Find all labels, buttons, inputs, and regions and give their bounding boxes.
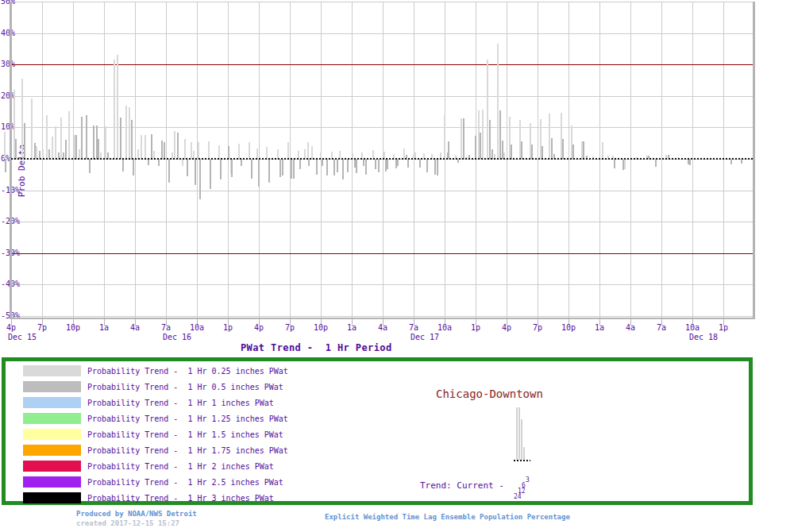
legend-box: Probability Trend - 1 Hr 0.25 inches PWa…	[2, 357, 753, 505]
prob-delta-bar	[282, 160, 283, 175]
legend-label: Probability Trend - 1 Hr 1.25 inches PWa…	[87, 414, 288, 424]
prob-delta-bar	[475, 136, 476, 159]
prob-delta-bar	[463, 118, 464, 159]
x-tick-label: 1a	[92, 323, 116, 332]
prob-delta-bar	[86, 115, 87, 159]
x-gridline	[507, 2, 507, 318]
x-tick-label: 10a	[680, 323, 704, 332]
x-date-label: Dec 18	[689, 333, 718, 341]
prob-delta-bar	[689, 160, 691, 165]
prob-delta-bar	[195, 160, 196, 185]
prob-delta-bar	[333, 160, 335, 175]
prob-delta-bar	[141, 135, 142, 159]
x-gridline	[352, 2, 353, 318]
prob-delta-bar	[482, 110, 484, 159]
plot-right-border	[753, 2, 755, 319]
trend-current-label: Trend: Current -	[420, 480, 504, 491]
x-axis-line	[10, 318, 755, 319]
legend-label: Probability Trend - 1 Hr 2.5 inches PWat	[87, 477, 283, 488]
station-name-label: Chicago-Downtown	[436, 387, 543, 400]
prob-delta-bar	[133, 160, 134, 175]
prob-delta-bar	[291, 160, 292, 179]
prob-delta-bar	[241, 160, 242, 166]
prob-delta-bar	[60, 118, 62, 159]
prob-delta-bar	[549, 114, 550, 159]
prob-delta-bar	[437, 160, 438, 175]
x-tick-label: 4p	[0, 323, 23, 332]
prob-delta-bar	[15, 139, 17, 159]
x-gridline	[445, 2, 445, 318]
x-tick-label: 10a	[433, 323, 457, 332]
prob-delta-bar	[266, 147, 268, 159]
prob-delta-bar	[299, 160, 301, 169]
prob-delta-bar	[614, 160, 615, 168]
prob-delta-bar	[387, 160, 388, 169]
mini-chart-lag-label: 3	[526, 477, 530, 484]
prob-delta-bar	[4, 132, 6, 159]
x-tick-label: 4a	[619, 323, 642, 332]
prob-delta-bar	[583, 141, 584, 159]
mini-chart-bar	[516, 407, 518, 460]
prob-delta-bar	[177, 133, 179, 159]
legend-item: Probability Trend - 1 Hr 2 inches PWat	[6, 461, 323, 472]
legend-label: Probability Trend - 1 Hr 1.5 inches PWat	[87, 430, 283, 440]
prob-delta-bar	[114, 60, 115, 159]
legend-item: Probability Trend - 1 Hr 3 inches PWat	[6, 492, 323, 503]
x-gridline	[135, 2, 136, 318]
prob-delta-bar	[457, 160, 459, 163]
prob-delta-bar	[36, 146, 37, 159]
prob-delta-bar	[531, 145, 533, 159]
prob-delta-bar	[287, 142, 289, 159]
legend-item: Probability Trend - 1 Hr 1 inches PWat	[6, 397, 323, 408]
prob-delta-bar	[511, 145, 512, 159]
footer-produced-by: Produced by NOAA/NWS Detroit	[76, 510, 197, 518]
prob-delta-bar	[198, 142, 199, 159]
x-tick-label: 7p	[278, 323, 302, 332]
prob-delta-bar	[161, 141, 163, 159]
prob-delta-bar	[378, 160, 380, 172]
legend-label: Probability Trend - 1 Hr 1 inches PWat	[87, 398, 274, 408]
legend-swatch	[23, 476, 81, 488]
x-gridline	[228, 2, 229, 318]
prob-delta-bar	[542, 146, 543, 159]
legend-swatch	[23, 381, 81, 392]
prob-delta-bar	[337, 160, 338, 172]
prob-delta-bar	[218, 145, 220, 159]
prob-delta-bar	[316, 160, 318, 175]
x-tick-label: 10a	[185, 323, 209, 332]
prob-delta-bar	[182, 160, 183, 166]
x-gridline	[73, 2, 74, 318]
legend-swatch	[23, 365, 81, 376]
prob-delta-bar	[347, 160, 349, 172]
x-date-label: Dec 15	[8, 333, 37, 341]
footer-ensemble-note: Explicit Weighted Time Lag Ensemble Popu…	[325, 513, 570, 521]
x-date-label: Dec 17	[410, 333, 439, 341]
prob-delta-bar	[489, 120, 491, 159]
prob-delta-bar	[363, 160, 364, 166]
legend-swatch	[23, 397, 81, 408]
prob-delta-bar	[122, 160, 124, 172]
prob-delta-bar	[75, 135, 77, 159]
prob-delta-bar	[210, 160, 211, 189]
prob-delta-bar	[375, 160, 376, 169]
x-tick-label: 10p	[61, 323, 85, 332]
prob-delta-bar	[741, 160, 742, 164]
prob-delta-bar	[448, 141, 449, 159]
legend-item: Probability Trend - 1 Hr 0.25 inches PWa…	[6, 365, 323, 376]
x-tick-label: 7p	[526, 323, 549, 332]
prob-delta-bar	[238, 144, 240, 159]
x-tick-label: 1p	[464, 323, 488, 332]
legend-item: Probability Trend - 1 Hr 1.75 inches PWa…	[6, 445, 323, 456]
mini-chart-lag-label: 24	[514, 494, 522, 500]
prob-delta-bar	[164, 142, 165, 159]
mini-chart-bar	[518, 407, 520, 460]
plot-area: 50%40%30%20%10%0%-10%-20%-30%-40%-50%4pD…	[0, 0, 794, 357]
prob-delta-bar	[322, 160, 323, 166]
zero-line	[11, 158, 754, 160]
prob-delta-bar	[117, 55, 118, 159]
x-tick-label: 10p	[309, 323, 333, 332]
prob-delta-bar	[208, 141, 210, 159]
prob-delta-bar	[342, 160, 344, 179]
legend-item: Probability Trend - 1 Hr 0.5 inches PWat	[6, 381, 323, 392]
x-tick-label: 7p	[30, 323, 54, 332]
